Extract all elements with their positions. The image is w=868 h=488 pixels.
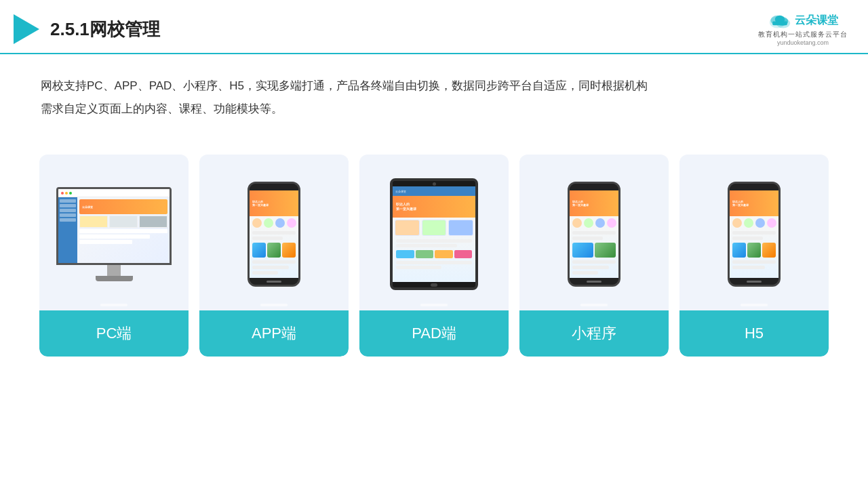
play-icon bbox=[14, 14, 39, 44]
header: 2.5.1网校管理 云朵课堂 教育机构一站式服务云平台 yunduoketang… bbox=[0, 0, 868, 54]
monitor-screen: 云朵课堂 bbox=[56, 187, 172, 265]
card-pad-image: 云朵课堂 职达人的第一堂兴趣课 bbox=[359, 155, 509, 310]
card-miniprogram-label: 小程序 bbox=[519, 310, 669, 357]
phone-mock-mini: 职达人的第一堂兴趣课 bbox=[568, 182, 620, 287]
monitor-mock: 云朵课堂 bbox=[55, 187, 174, 281]
description-line2: 需求自定义页面上的内容、课程、功能模块等。 bbox=[41, 98, 827, 121]
card-pc-image: 云朵课堂 bbox=[39, 155, 189, 310]
card-pc: 云朵课堂 bbox=[39, 155, 189, 357]
logo-cloud: 云朵课堂 bbox=[768, 12, 838, 28]
page-title: 2.5.1网校管理 bbox=[50, 18, 160, 41]
phone-mock-app: 职达人的第一堂兴趣课 bbox=[248, 182, 300, 287]
logo-text: 云朵课堂 bbox=[795, 14, 838, 28]
logo-url: yunduoketang.com bbox=[777, 39, 829, 46]
card-h5-image: 职达人的第一堂兴趣课 bbox=[679, 155, 829, 310]
logo-area: 云朵课堂 教育机构一站式服务云平台 yunduoketang.com bbox=[758, 12, 848, 46]
card-miniprogram-image: 职达人的第一堂兴趣课 bbox=[519, 155, 669, 310]
card-h5: 职达人的第一堂兴趣课 bbox=[679, 155, 829, 357]
card-h5-label: H5 bbox=[679, 310, 829, 357]
card-pc-label: PC端 bbox=[39, 310, 189, 357]
description-area: 网校支持PC、APP、PAD、小程序、H5，实现多端打通，产品各终端自由切换，数… bbox=[0, 54, 868, 127]
card-miniprogram: 职达人的第一堂兴趣课 bbox=[519, 155, 669, 357]
card-app-label: APP端 bbox=[199, 310, 349, 357]
svg-rect-5 bbox=[772, 21, 787, 25]
description-line1: 网校支持PC、APP、PAD、小程序、H5，实现多端打通，产品各终端自由切换，数… bbox=[41, 75, 827, 98]
card-pad-label: PAD端 bbox=[359, 310, 509, 357]
card-app: 职达人的第一堂兴趣课 bbox=[199, 155, 349, 357]
logo-slogan: 教育机构一站式服务云平台 bbox=[758, 30, 848, 39]
cards-area: 云朵课堂 bbox=[0, 134, 868, 357]
card-app-image: 职达人的第一堂兴趣课 bbox=[199, 155, 349, 310]
header-left: 2.5.1网校管理 bbox=[14, 14, 160, 44]
cloud-icon bbox=[768, 12, 792, 28]
phone-mock-h5: 职达人的第一堂兴趣课 bbox=[728, 182, 781, 287]
tablet-mock: 云朵课堂 职达人的第一堂兴趣课 bbox=[390, 178, 478, 290]
card-pad: 云朵课堂 职达人的第一堂兴趣课 bbox=[359, 155, 509, 357]
